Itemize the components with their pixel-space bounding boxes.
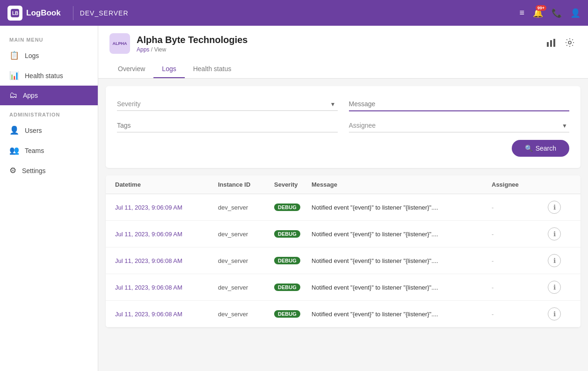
cell-message-4: Notified event "{event}" to listener "{l… <box>312 311 492 318</box>
notification-badge: 99+ <box>536 5 546 11</box>
svg-rect-3 <box>550 40 552 47</box>
sidebar-item-logs[interactable]: 📋 Logs <box>0 45 98 65</box>
topnav-actions: ≡ 🔔 99+ 📞 👤 <box>519 8 581 18</box>
cell-datetime-3: Jul 11, 2023, 9:06:08 AM <box>115 284 218 291</box>
sidebar-item-teams[interactable]: 👥 Teams <box>0 140 98 160</box>
sidebar: MAIN MENU 📋 Logs 📊 Health status 🗂 Apps … <box>0 26 98 371</box>
menu-icon[interactable]: ≡ <box>519 8 524 18</box>
search-button[interactable]: 🔍 Search <box>512 140 569 157</box>
admin-menu-label: ADMINISTRATION <box>0 105 98 120</box>
filter-actions: 🔍 Search <box>117 140 569 157</box>
cell-datetime-2: Jul 11, 2023, 9:06:08 AM <box>115 257 218 264</box>
log-table: Datetime Instance ID Severity Message As… <box>106 175 581 327</box>
sidebar-item-settings-label: Settings <box>22 167 46 175</box>
cell-instance-0: dev_server <box>218 204 274 211</box>
app-header-actions <box>544 36 577 52</box>
assignee-select[interactable]: Assignee <box>349 119 570 132</box>
user-avatar[interactable]: 👤 <box>570 8 581 18</box>
assignee-select-wrapper: Assignee ▼ <box>349 119 570 132</box>
sidebar-item-apps-label: Apps <box>23 92 38 99</box>
cell-assignee-1: - <box>492 231 548 238</box>
breadcrumb: Apps / View <box>137 46 247 53</box>
cell-assignee-3: - <box>492 284 548 291</box>
logs-icon: 📋 <box>9 51 19 60</box>
info-button-3[interactable]: ℹ <box>548 281 561 294</box>
cell-message-2: Notified event "{event}" to listener "{l… <box>312 257 492 264</box>
cell-actions-0: ℹ <box>548 201 571 214</box>
cell-severity-2: DEBUG <box>274 257 312 264</box>
debug-badge-0: DEBUG <box>274 204 300 211</box>
brand[interactable]: LB LogBook <box>7 6 61 21</box>
settings-button[interactable] <box>563 36 577 52</box>
sidebar-item-settings[interactable]: ⚙ Settings <box>0 160 98 181</box>
tab-logs[interactable]: Logs <box>153 60 184 78</box>
severity-field: Severity DEBUG INFO WARNING ERROR ▼ <box>117 97 338 111</box>
col-instance: Instance ID <box>218 181 274 188</box>
debug-badge-1: DEBUG <box>274 230 300 238</box>
cell-severity-0: DEBUG <box>274 204 312 211</box>
svg-rect-2 <box>547 42 549 47</box>
severity-select[interactable]: Severity DEBUG INFO WARNING ERROR <box>117 97 338 111</box>
tab-overview[interactable]: Overview <box>109 60 153 78</box>
gear-icon <box>565 37 575 48</box>
apps-icon: 🗂 <box>9 91 17 100</box>
sidebar-item-apps[interactable]: 🗂 Apps <box>0 86 98 105</box>
svg-rect-4 <box>553 39 555 47</box>
cell-instance-2: dev_server <box>218 257 274 264</box>
svg-text:LB: LB <box>12 11 18 16</box>
table-row: Jul 11, 2023, 9:06:08 AM dev_server DEBU… <box>106 247 581 274</box>
breadcrumb-apps[interactable]: Apps <box>137 46 149 53</box>
layout: MAIN MENU 📋 Logs 📊 Health status 🗂 Apps … <box>0 26 588 371</box>
cell-actions-1: ℹ <box>548 227 571 240</box>
app-logo: ALPHA <box>109 33 130 54</box>
tab-health-status[interactable]: Health status <box>185 60 240 78</box>
notifications-icon[interactable]: 🔔 99+ <box>533 8 543 18</box>
cell-instance-4: dev_server <box>218 311 274 318</box>
info-button-1[interactable]: ℹ <box>548 227 561 240</box>
sidebar-item-health-status[interactable]: 📊 Health status <box>0 65 98 86</box>
info-button-0[interactable]: ℹ <box>548 201 561 214</box>
cell-actions-4: ℹ <box>548 307 571 320</box>
chart-button[interactable] <box>544 36 558 52</box>
cell-severity-1: DEBUG <box>274 230 312 238</box>
app-header-top: ALPHA Alpha Byte Technologies Apps / Vie… <box>109 33 577 58</box>
cell-actions-2: ℹ <box>548 254 571 267</box>
cell-assignee-4: - <box>492 311 548 318</box>
filter-row-1: Severity DEBUG INFO WARNING ERROR ▼ <box>117 97 569 111</box>
cell-actions-3: ℹ <box>548 281 571 294</box>
app-header: ALPHA Alpha Byte Technologies Apps / Vie… <box>98 26 588 79</box>
cell-instance-3: dev_server <box>218 284 274 291</box>
cell-assignee-2: - <box>492 257 548 264</box>
cell-instance-1: dev_server <box>218 231 274 238</box>
app-title-block: Alpha Byte Technologies Apps / View <box>137 35 247 53</box>
table-row: Jul 11, 2023, 9:06:09 AM dev_server DEBU… <box>106 221 581 247</box>
sidebar-item-teams-label: Teams <box>25 147 44 154</box>
tabs: Overview Logs Health status <box>109 60 577 78</box>
tags-input[interactable] <box>117 119 338 132</box>
breadcrumb-view: View <box>154 46 166 53</box>
cell-datetime-4: Jul 11, 2023, 9:06:08 AM <box>115 311 218 318</box>
phone-icon[interactable]: 📞 <box>552 8 562 18</box>
cell-severity-3: DEBUG <box>274 284 312 291</box>
svg-point-5 <box>568 41 571 44</box>
table-row: Jul 11, 2023, 9:06:08 AM dev_server DEBU… <box>106 301 581 327</box>
health-icon: 📊 <box>9 71 19 80</box>
col-assignee: Assignee <box>492 181 548 188</box>
info-button-2[interactable]: ℹ <box>548 254 561 267</box>
table-body: Jul 11, 2023, 9:06:09 AM dev_server DEBU… <box>106 194 581 327</box>
info-button-4[interactable]: ℹ <box>548 307 561 320</box>
tags-field <box>117 119 338 132</box>
col-datetime: Datetime <box>115 181 218 188</box>
debug-badge-3: DEBUG <box>274 284 300 291</box>
assignee-field: Assignee ▼ <box>349 119 570 132</box>
message-input[interactable] <box>349 97 570 111</box>
cell-message-1: Notified event "{event}" to listener "{l… <box>312 231 492 238</box>
table-row: Jul 11, 2023, 9:06:08 AM dev_server DEBU… <box>106 274 581 301</box>
sidebar-item-users[interactable]: 👤 Users <box>0 120 98 140</box>
debug-badge-2: DEBUG <box>274 257 300 264</box>
topnav: LB LogBook DEV_SERVER ≡ 🔔 99+ 📞 👤 <box>0 0 588 26</box>
sidebar-item-health-label: Health status <box>25 72 63 80</box>
chart-icon <box>546 37 556 48</box>
sidebar-item-logs-label: Logs <box>25 52 39 59</box>
search-icon: 🔍 <box>525 145 533 152</box>
